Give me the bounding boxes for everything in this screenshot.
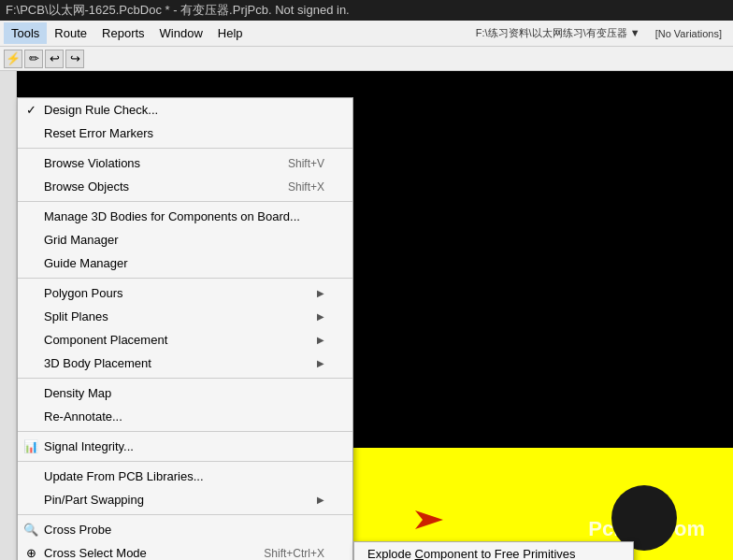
menu-item-cross-probe[interactable]: 🔍 Cross Probe bbox=[18, 518, 352, 541]
toolbar-path: F:\练习资料\以太网练习\有变压器 ▼ bbox=[468, 26, 648, 40]
toolbar-btn-3[interactable]: ↩ bbox=[45, 50, 64, 68]
menu-item-guide-manager[interactable]: Guide Manager bbox=[18, 251, 352, 275]
menu-route[interactable]: Route bbox=[47, 22, 94, 44]
toolbar-btn-4[interactable]: ↪ bbox=[65, 50, 84, 68]
separator-5 bbox=[18, 431, 352, 432]
separator-1 bbox=[18, 148, 352, 149]
menu-item-signal-integrity[interactable]: 📊 Signal Integrity... bbox=[18, 435, 352, 458]
menu-item-grid-manager[interactable]: Grid Manager bbox=[18, 228, 352, 251]
signal-integrity-icon: 📊 bbox=[22, 438, 40, 456]
separator-2 bbox=[18, 201, 352, 202]
menu-window[interactable]: Window bbox=[152, 22, 210, 44]
cross-probe-icon: 🔍 bbox=[22, 521, 40, 539]
menu-tools[interactable]: Tools bbox=[4, 22, 47, 44]
canvas-area: Pcbbar.com ✓ Design Rule Check... Reset … bbox=[17, 71, 733, 560]
menu-item-manage-3d[interactable]: Manage 3D Bodies for Components on Board… bbox=[18, 205, 352, 228]
menu-item-update-pcb-libs[interactable]: Update From PCB Libraries... bbox=[18, 465, 352, 488]
menu-item-reset-errors[interactable]: Reset Error Markers bbox=[18, 122, 352, 145]
menu-item-3d-body-placement[interactable]: 3D Body Placement bbox=[18, 352, 352, 375]
toolbar-btn-1[interactable]: ⚡ bbox=[4, 50, 22, 68]
drc-icon: ✓ bbox=[22, 101, 40, 120]
menu-item-density-map[interactable]: Density Map bbox=[18, 381, 352, 405]
menu-item-reannotate[interactable]: Re-Annotate... bbox=[18, 405, 352, 428]
svg-marker-0 bbox=[415, 510, 443, 529]
separator-6 bbox=[18, 461, 352, 462]
submenu-explode-component[interactable]: Explode Component to Free Primitives bbox=[354, 542, 633, 560]
menu-bar: Tools Route Reports Window Help F:\练习资料\… bbox=[0, 21, 733, 47]
menu-item-browse-objects[interactable]: Browse Objects Shift+X bbox=[18, 175, 352, 198]
tools-menu: ✓ Design Rule Check... Reset Error Marke… bbox=[17, 97, 353, 560]
arrow-indicator bbox=[406, 509, 443, 534]
title-bar: F:\PCB\以太网-1625.PcbDoc * - 有变压器.PrjPcb. … bbox=[0, 0, 733, 21]
no-variations: [No Variations] bbox=[648, 28, 729, 39]
convert-submenu: Explode Component to Free Primitives Exp… bbox=[353, 541, 634, 560]
menu-reports[interactable]: Reports bbox=[94, 22, 152, 44]
menu-item-browse-violations[interactable]: Browse Violations Shift+V bbox=[18, 151, 352, 175]
separator-4 bbox=[18, 378, 352, 379]
menu-item-pin-part-swapping[interactable]: Pin/Part Swapping bbox=[18, 488, 352, 511]
toolbar-btn-2[interactable]: ✏ bbox=[24, 50, 43, 68]
menu-item-cross-select[interactable]: ⊕ Cross Select Mode Shift+Ctrl+X bbox=[18, 541, 352, 560]
cross-select-icon: ⊕ bbox=[22, 544, 40, 561]
toolbar: ⚡ ✏ ↩ ↪ bbox=[0, 47, 733, 71]
menu-item-drc[interactable]: ✓ Design Rule Check... bbox=[18, 98, 352, 122]
main-area: Pcbbar.com ✓ Design Rule Check... Reset … bbox=[0, 71, 733, 560]
separator-7 bbox=[18, 514, 352, 515]
menu-help[interactable]: Help bbox=[210, 22, 251, 44]
left-sidebar bbox=[0, 71, 17, 560]
title-text: F:\PCB\以太网-1625.PcbDoc * - 有变压器.PrjPcb. … bbox=[6, 2, 350, 19]
separator-3 bbox=[18, 278, 352, 279]
menu-item-split-planes[interactable]: Split Planes bbox=[18, 305, 352, 328]
menu-item-component-placement[interactable]: Component Placement bbox=[18, 328, 352, 352]
menu-item-polygon-pours[interactable]: Polygon Pours bbox=[18, 281, 352, 305]
